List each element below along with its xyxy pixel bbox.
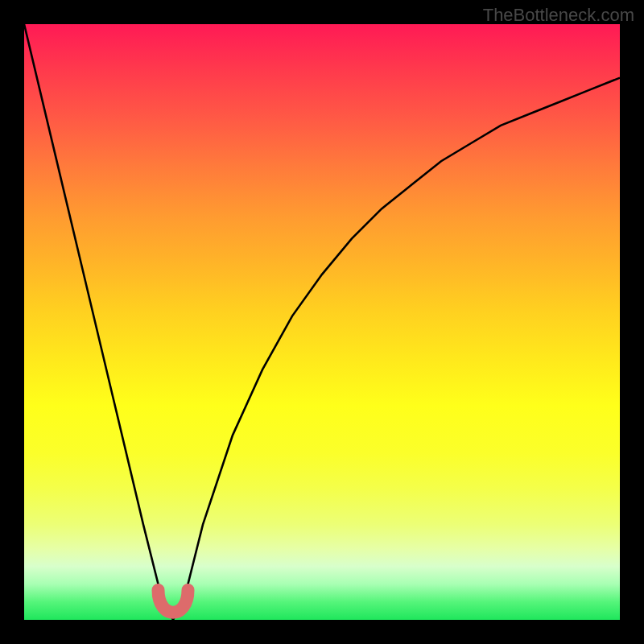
attribution-text: TheBottleneck.com xyxy=(483,5,634,26)
highlight-marker xyxy=(159,590,188,613)
curve-svg xyxy=(24,24,620,620)
bottleneck-curve xyxy=(24,24,620,620)
chart-container: TheBottleneck.com xyxy=(0,0,644,644)
plot-area xyxy=(24,24,620,620)
